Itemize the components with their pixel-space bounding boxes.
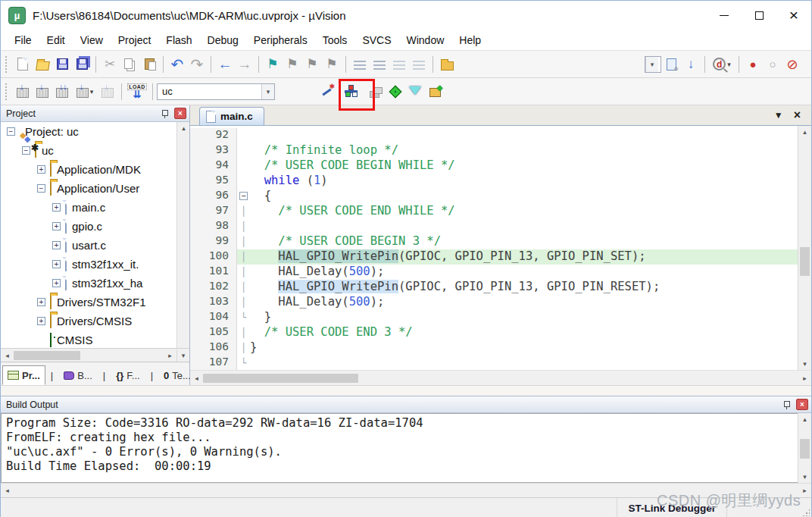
batch-build-button[interactable]: ▾ [72, 82, 98, 102]
menu-item-edit[interactable]: Edit [39, 32, 73, 49]
project-tree-vscrollbar[interactable]: ▴ [176, 122, 189, 348]
tree-expander-icon[interactable]: + [52, 222, 61, 230]
tree-expander-icon[interactable]: + [52, 241, 61, 249]
menu-item-view[interactable]: View [73, 32, 111, 49]
tree-expander-icon[interactable]: − [7, 127, 15, 136]
scroll-down-icon[interactable]: ▾ [798, 358, 811, 370]
manage-project-items-button[interactable] [386, 82, 405, 102]
code-line-99[interactable]: 99│ /* USER CODE BEGIN 3 */ [190, 234, 798, 249]
pin-icon[interactable] [159, 108, 170, 119]
tab-main-c[interactable]: main.c [199, 107, 264, 125]
code-text[interactable]: /* USER CODE END WHILE */ [250, 204, 798, 219]
tree-expander-icon[interactable]: + [37, 298, 45, 306]
panel-splitter[interactable] [1, 385, 811, 396]
tree-expander-icon[interactable]: + [37, 165, 45, 174]
vscroll-thumb[interactable] [800, 247, 810, 276]
tree-expander-icon[interactable]: − [37, 184, 45, 193]
code-text[interactable]: HAL_Delay(500); [250, 295, 798, 310]
toolbar-grip-2[interactable] [5, 83, 9, 100]
editor-vscrollbar[interactable]: ▴ ▾ [798, 126, 811, 370]
code-line-94[interactable]: 94 /* USER CODE BEGIN WHILE */ [190, 158, 798, 174]
tree-expander-icon[interactable]: + [52, 279, 61, 287]
find-in-files-dialog-button[interactable] [661, 55, 681, 74]
code-text[interactable]: } [250, 340, 798, 356]
menu-item-tools[interactable]: Tools [315, 32, 355, 49]
code-text[interactable]: HAL_Delay(500); [250, 265, 798, 280]
build-output-vscrollbar[interactable]: ▴ ▾ [798, 413, 811, 483]
project-tree-hscrollbar[interactable]: ◂ ▸ ▾ [1, 349, 189, 362]
uncomment-button[interactable] [409, 55, 429, 74]
target-select[interactable]: uc ▾ [157, 83, 275, 100]
multi-project-button[interactable] [366, 82, 386, 102]
maximize-button[interactable] [742, 1, 776, 30]
code-text[interactable]: HAL_GPIO_WritePin(GPIOC, GPIO_PIN_13, GP… [250, 249, 798, 265]
code-line-98[interactable]: 98│ [190, 219, 798, 234]
minimize-button[interactable] [707, 1, 742, 30]
vscroll-thumb[interactable] [800, 439, 810, 459]
search-text-combobox[interactable]: ▾ [645, 56, 661, 73]
pin-icon[interactable] [781, 400, 792, 410]
scroll-left-icon[interactable]: ◂ [190, 372, 203, 384]
menu-item-debug[interactable]: Debug [200, 32, 246, 49]
tree-item-application-user[interactable]: −Application/User [1, 179, 189, 198]
code-line-93[interactable]: 93 /* Infinite loop */ [190, 143, 798, 158]
panel-tab-f[interactable]: {}F... [111, 365, 145, 385]
tree-item-cmsis[interactable]: CMSIS [1, 331, 189, 349]
scroll-up-icon[interactable]: ▴ [798, 413, 811, 425]
scroll-left-icon[interactable]: ◂ [1, 484, 14, 497]
code-line-104[interactable]: 104└ } [190, 310, 798, 325]
pack-installer-button[interactable] [425, 82, 445, 102]
clear-bookmarks-button[interactable]: ⚑ [322, 55, 342, 74]
manage-rte-button[interactable] [342, 82, 361, 102]
project-panel-close-button[interactable]: × [174, 108, 186, 119]
unindent-button[interactable] [370, 55, 389, 74]
menu-item-svcs[interactable]: SVCS [354, 32, 398, 49]
redo-button[interactable]: ↷ [187, 55, 207, 74]
paste-button[interactable] [139, 55, 159, 74]
new-file-button[interactable] [13, 55, 33, 74]
code-text[interactable] [250, 219, 798, 234]
menu-item-project[interactable]: Project [111, 32, 159, 49]
tree-item-uc[interactable]: −✱uc [1, 141, 189, 160]
code-text[interactable]: /* USER CODE BEGIN WHILE */ [250, 158, 798, 174]
code-area[interactable]: 9293 /* Infinite loop */94 /* USER CODE … [190, 126, 798, 370]
code-text[interactable] [250, 128, 798, 143]
cut-button[interactable]: ✂ [100, 55, 120, 74]
code-line-106[interactable]: 106│} [190, 340, 798, 356]
tree-item-drivers-cmsis[interactable]: +Drivers/CMSIS [1, 312, 189, 331]
hscroll-thumb[interactable] [203, 374, 358, 383]
translate-button[interactable] [13, 82, 33, 102]
tree-item-stm32f1xx-ha[interactable]: +stm32f1xx_ha [1, 274, 189, 293]
code-text[interactable] [250, 356, 798, 370]
scroll-right-icon[interactable]: ▸ [798, 372, 811, 384]
goto-line-button[interactable]: ↓ [681, 55, 701, 74]
debug-dropdown-icon[interactable]: ▾ [727, 61, 731, 68]
tree-item-main-c[interactable]: +main.c [1, 198, 189, 217]
tree-item-usart-c[interactable]: +usart.c [1, 236, 189, 255]
code-text[interactable]: } [250, 310, 798, 325]
search-dropdown-icon[interactable]: ▾ [645, 57, 658, 72]
start-stop-debug-button[interactable]: d▾ [709, 55, 735, 74]
scroll-right-icon[interactable]: ▸ [164, 349, 176, 362]
code-line-102[interactable]: 102│ HAL_GPIO_WritePin(GPIOC, GPIO_PIN_1… [190, 280, 798, 295]
tree-item-application-mdk[interactable]: +Application/MDK [1, 160, 189, 179]
insert-breakpoint-button[interactable]: ● [743, 55, 763, 74]
build-output-close-button[interactable]: × [796, 399, 808, 410]
disable-breakpoints-button[interactable]: ⊘ [782, 55, 802, 74]
scroll-up-icon[interactable]: ▴ [798, 126, 811, 138]
code-text[interactable]: /* USER CODE BEGIN 3 */ [250, 234, 798, 249]
tree-item-gpio-c[interactable]: +gpio.c [1, 217, 189, 236]
fold-marker[interactable]: − [237, 189, 250, 204]
indent-button[interactable] [350, 55, 370, 74]
navigate-back-button[interactable]: ← [215, 55, 235, 74]
code-line-95[interactable]: 95 while (1) [190, 174, 798, 189]
editor-hscrollbar[interactable]: ◂ ▸ [190, 370, 811, 385]
code-line-96[interactable]: 96− { [190, 189, 798, 204]
stop-build-button[interactable] [98, 82, 117, 102]
undo-button[interactable]: ↶ [167, 55, 187, 74]
save-all-button[interactable] [72, 55, 92, 74]
code-line-105[interactable]: 105│ /* USER CODE END 3 */ [190, 325, 798, 340]
tree-item-drivers-stm32f1[interactable]: +Drivers/STM32F1 [1, 293, 189, 312]
scroll-up-icon[interactable]: ▴ [177, 122, 189, 134]
code-line-92[interactable]: 92 [190, 128, 798, 143]
